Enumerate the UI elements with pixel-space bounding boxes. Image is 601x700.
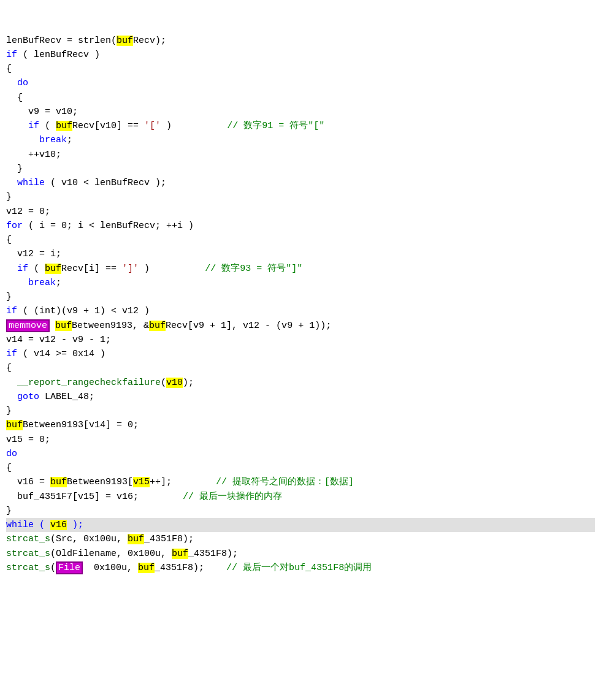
code-line: if ( v14 >= 0x14 ) (6, 347, 595, 361)
code-line: while ( v16 ); (6, 518, 595, 532)
code-line: strcat_s(OldFilename, 0x100u, buf_4351F8… (6, 547, 595, 561)
code-line: } (6, 404, 595, 418)
code-line: bufBetween9193[v14] = 0; (6, 418, 595, 432)
code-line: { (6, 461, 595, 475)
code-line: { (6, 361, 595, 375)
code-line: if ( bufRecv[i] == ']' ) // 数字93 = 符号"]" (6, 262, 595, 276)
code-line: v9 = v10; (6, 105, 595, 119)
code-line: do (6, 447, 595, 461)
code-line: for ( i = 0; i < lenBufRecv; ++i ) (6, 219, 595, 233)
code-line: do (6, 76, 595, 90)
code-line: if ( bufRecv[v10] == '[' ) // 数字91 = 符号"… (6, 119, 595, 133)
code-line: if ( (int)(v9 + 1) < v12 ) (6, 304, 595, 318)
code-line: strcat_s(Src, 0x100u, buf_4351F8); (6, 532, 595, 546)
code-line: { (6, 91, 595, 105)
code-line: v12 = 0; (6, 205, 595, 219)
code-line: { (6, 233, 595, 247)
code-line: __report_rangecheckfailure(v10); (6, 376, 595, 390)
code-line: while ( v10 < lenBufRecv ); (6, 176, 595, 190)
code-line: } (6, 162, 595, 176)
code-line: v14 = v12 - v9 - 1; (6, 333, 595, 347)
code-line: goto LABEL_48; (6, 390, 595, 404)
code-line: } (6, 190, 595, 204)
code-line: v15 = 0; (6, 433, 595, 447)
code-line: v12 = i; (6, 247, 595, 261)
code-line: lenBufRecv = strlen(bufRecv); (6, 34, 595, 48)
code-line: buf_4351F7[v15] = v16; // 最后一块操作的内存 (6, 490, 595, 504)
code-viewer: lenBufRecv = strlen(bufRecv);if ( lenBuf… (0, 0, 601, 580)
code-line: memmove bufBetween9193, &bufRecv[v9 + 1]… (6, 319, 595, 333)
code-line: } (6, 290, 595, 304)
code-line: { (6, 62, 595, 76)
code-line: break; (6, 276, 595, 290)
code-line: v16 = bufBetween9193[v15++]; // 提取符号之间的数… (6, 475, 595, 489)
code-line: strcat_s(File 0x100u, buf_4351F8); // 最后… (6, 561, 595, 575)
code-line: if ( lenBufRecv ) (6, 48, 595, 62)
code-line: break; (6, 133, 595, 147)
code-line: } (6, 504, 595, 518)
code-line: ++v10; (6, 148, 595, 162)
